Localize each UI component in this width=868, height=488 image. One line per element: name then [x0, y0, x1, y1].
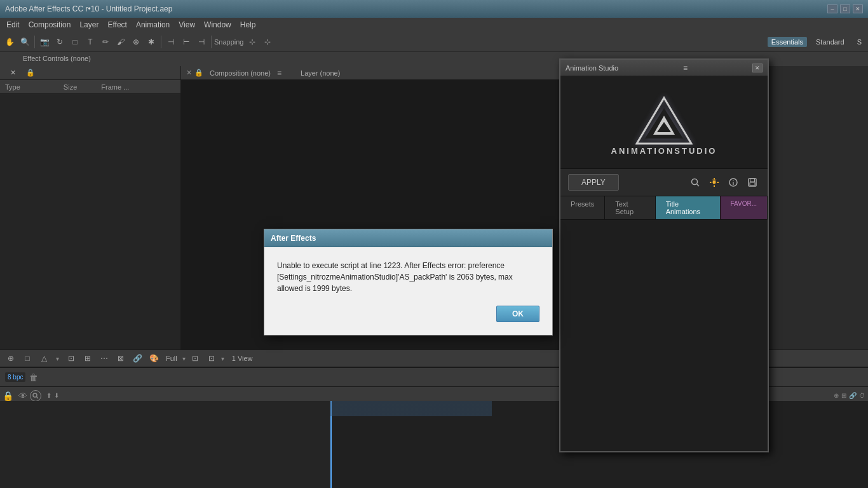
tl-clock-icon[interactable]: ⏱ — [859, 392, 865, 399]
tl-adjust-icon[interactable]: ⊞ — [841, 392, 846, 399]
tl-more-icon[interactable]: ⊕ — [834, 392, 839, 399]
tl-track-left — [0, 401, 330, 488]
tl-eye-icon[interactable]: 👁 — [18, 391, 27, 401]
tl-trash-icon[interactable]: 🗑 — [29, 372, 38, 383]
tab-text-setup[interactable]: Text Setup — [605, 196, 655, 219]
logo-svg — [635, 95, 693, 146]
toolbar-separator-1 — [34, 36, 35, 48]
bt-icon-4[interactable]: ⊡ — [64, 351, 78, 365]
bt-icon-5[interactable]: ⊞ — [81, 351, 95, 365]
rect-tool-icon[interactable]: □ — [68, 35, 82, 49]
menu-composition[interactable]: Composition — [25, 19, 75, 30]
studio-save-button[interactable] — [745, 175, 760, 190]
svg-line-7 — [697, 184, 700, 187]
anim-studio-body: ANIMATIONSTUDIO APPLY — [560, 76, 768, 451]
logo-name: ANIMATIONSTUDIO — [611, 146, 717, 156]
comp-close-btn[interactable]: ✕ — [186, 69, 192, 77]
align-center-icon[interactable]: ⊢ — [179, 35, 193, 49]
anim-studio-close-btn[interactable]: ✕ — [752, 64, 763, 72]
studio-info-button[interactable]: i — [726, 175, 741, 190]
workspace-standard[interactable]: Standard — [812, 37, 848, 47]
toolbar-separator-2 — [161, 36, 161, 48]
zoom-tool-icon[interactable]: 🔍 — [18, 35, 32, 49]
comp-tab-composition[interactable]: Composition (none) — [206, 68, 275, 78]
svg-line-1 — [37, 396, 39, 398]
project-panel-tab-lock[interactable]: 🔒 — [21, 67, 40, 78]
project-panel-header: ✕ 🔒 — [0, 66, 180, 80]
tl-nav-up-icon[interactable]: ⬆ — [46, 392, 51, 399]
ae-ok-button[interactable]: OK — [496, 306, 539, 322]
bt-view-label: 1 View — [232, 355, 253, 362]
logo-area: ANIMATIONSTUDIO — [560, 76, 768, 168]
svg-rect-12 — [717, 182, 719, 183]
bt-icon-3[interactable]: △ — [37, 351, 51, 365]
col-header-type: Type — [3, 83, 23, 91]
bt-icon-10[interactable]: ⊡ — [188, 351, 202, 365]
svg-rect-9 — [714, 178, 715, 180]
comp-tab-layer[interactable]: Layer (none) — [297, 68, 344, 78]
stamp-tool-icon[interactable]: ⊕ — [129, 35, 143, 49]
studio-content-area — [560, 220, 768, 451]
bt-dropdown-1[interactable]: ▾ — [53, 355, 62, 362]
tl-search-icon[interactable] — [30, 390, 41, 402]
apply-button[interactable]: APPLY — [568, 174, 619, 191]
tl-nav-down-icon[interactable]: ⬇ — [54, 392, 59, 399]
anim-studio-titlebar: Animation Studio ≡ ✕ — [560, 60, 768, 76]
studio-search-button[interactable] — [688, 175, 703, 190]
text-tool-icon[interactable]: T — [83, 35, 97, 49]
workspace-essentials[interactable]: Essentials — [768, 37, 807, 47]
project-panel: ✕ 🔒 Type Size Frame ... ⊕ — [0, 66, 181, 367]
apply-icons: i — [688, 175, 760, 190]
menu-window[interactable]: Window — [200, 19, 235, 30]
hand-tool-icon[interactable]: ✋ — [3, 35, 17, 49]
studio-settings-button[interactable] — [707, 175, 722, 190]
toolbar-separator-3 — [211, 36, 212, 48]
project-panel-tab-close[interactable]: ✕ — [5, 67, 21, 78]
bt-dropdown-2[interactable]: ▾ — [221, 355, 224, 362]
tab-presets[interactable]: Presets — [560, 196, 605, 219]
menu-view[interactable]: View — [175, 19, 199, 30]
puppet-tool-icon[interactable]: ✱ — [144, 35, 158, 49]
bt-icon-9[interactable]: 🎨 — [147, 351, 161, 365]
rotation-tool-icon[interactable]: ↻ — [53, 35, 67, 49]
menu-layer[interactable]: Layer — [76, 19, 102, 30]
menu-edit[interactable]: Edit — [3, 19, 24, 30]
comp-menu-icon[interactable]: ≡ — [277, 69, 281, 78]
svg-rect-17 — [750, 182, 755, 186]
snap-icon-1[interactable]: ⊹ — [245, 35, 259, 49]
close-button[interactable]: ✕ — [853, 4, 863, 13]
comp-lock-btn[interactable]: 🔒 — [194, 69, 203, 77]
align-left-icon[interactable]: ⊣ — [164, 35, 178, 49]
anim-studio-menu-icon[interactable]: ≡ — [683, 64, 688, 72]
project-col-headers: Type Size Frame ... — [0, 80, 180, 94]
pen-tool-icon[interactable]: ✏ — [98, 35, 112, 49]
tab-favorites[interactable]: FAVOR... — [721, 196, 768, 219]
minimize-button[interactable]: – — [827, 4, 837, 13]
align-right-icon[interactable]: ⊣ — [194, 35, 208, 49]
bt-icon-1[interactable]: ⊕ — [4, 351, 18, 365]
brush-tool-icon[interactable]: 🖌 — [114, 35, 128, 49]
workspace-s[interactable]: S — [853, 37, 865, 47]
bt-icon-8[interactable]: 🔗 — [130, 351, 144, 365]
bt-full-dropdown[interactable]: ▾ — [182, 355, 186, 362]
bt-icon-11[interactable]: ⊡ — [205, 351, 219, 365]
ae-dialog-body: Unable to execute script at line 1223. A… — [264, 247, 552, 335]
panel-tab-effect-controls[interactable]: Effect Controls (none) — [18, 53, 96, 65]
bt-icon-2[interactable]: □ — [20, 351, 34, 365]
workspace-controls: Essentials Standard S — [768, 37, 865, 47]
menu-effect[interactable]: Effect — [104, 19, 130, 30]
menu-animation[interactable]: Animation — [132, 19, 173, 30]
menu-help[interactable]: Help — [236, 19, 260, 30]
bt-icon-7[interactable]: ⊠ — [114, 351, 128, 365]
tab-title-animations[interactable]: Title Animations — [656, 196, 721, 219]
tl-lock-icon[interactable]: 🔒 — [3, 391, 13, 401]
tl-link-icon[interactable]: 🔗 — [849, 392, 857, 399]
maximize-button[interactable]: □ — [840, 4, 850, 13]
panel-tab-none[interactable] — [3, 57, 13, 61]
snap-icon-2[interactable]: ⊹ — [261, 35, 275, 49]
svg-point-8 — [713, 181, 715, 184]
camera-tool-icon[interactable]: 📷 — [37, 35, 51, 49]
apply-bar: APPLY — [560, 168, 768, 196]
col-header-frame: Frame ... — [98, 83, 132, 91]
bt-icon-6[interactable]: ⋯ — [97, 351, 111, 365]
